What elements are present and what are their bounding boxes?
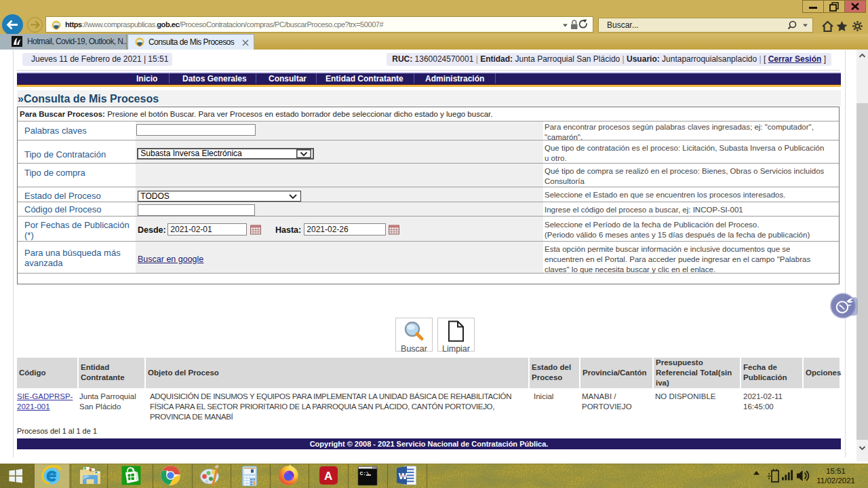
svg-text:A: A xyxy=(324,470,332,483)
svg-text:11/02/2021: 11/02/2021 xyxy=(816,476,855,485)
svg-text:15:51: 15:51 xyxy=(826,467,846,475)
svg-text:W: W xyxy=(399,471,408,481)
